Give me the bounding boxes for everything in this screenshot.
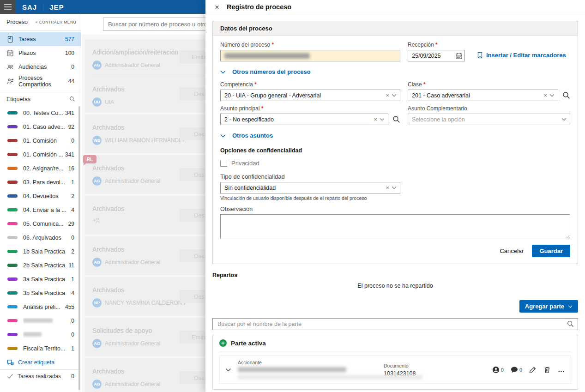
clear-icon[interactable]: × — [386, 92, 389, 98]
sidebar-item-tareas[interactable]: Tareas 577 — [0, 32, 81, 46]
numero-proceso-input[interactable] — [220, 50, 400, 61]
done-tasks-row[interactable]: Tareas realizadas 0 — [0, 369, 81, 383]
task-card-action-button[interactable]: Des — [180, 249, 205, 262]
task-card[interactable]: Archivados NPNANCY YASMINA CALDERON PERI… — [85, 277, 205, 316]
label-item[interactable]: 3b Sala Practica4 — [0, 286, 81, 300]
chevron-down-icon[interactable] — [392, 94, 397, 97]
label-item[interactable]: 01. Comisión0 — [0, 134, 81, 148]
asunto-principal-label: Asunto principal — [220, 105, 400, 112]
chevron-down-icon[interactable] — [549, 94, 555, 97]
delete-icon[interactable] — [543, 366, 551, 374]
label-name: 3b Sala Practica — [23, 290, 71, 296]
label-item[interactable]: 3a Sala Practica1 — [0, 272, 81, 286]
create-label-icon — [7, 359, 14, 365]
task-card[interactable]: Archivados AGAdministrador General Des — [85, 236, 205, 275]
otros-numeros-toggle[interactable]: Otros números del proceso — [220, 68, 570, 75]
label-item[interactable]: Fiscalía Territo...1 — [0, 342, 81, 356]
tipo-confidencialidad-select[interactable]: Sin confidencialidad × — [220, 182, 400, 193]
task-card-action-button[interactable]: Emitir — [180, 331, 205, 344]
otros-asuntos-toggle[interactable]: Otros asuntos — [220, 132, 570, 139]
chevron-down-icon[interactable] — [392, 186, 397, 189]
linked-persons[interactable]: 0 — [492, 366, 504, 374]
search-icon[interactable] — [392, 115, 400, 123]
label-item[interactable]: 01. Comisión ...341 — [0, 148, 81, 162]
privacidad-checkbox-row[interactable]: Privacidad — [220, 160, 570, 167]
chevron-down-icon[interactable] — [225, 368, 231, 372]
comments[interactable]: 0 — [511, 366, 522, 374]
task-card-action-button[interactable]: Des — [180, 209, 205, 222]
insertar-marcadores-link[interactable]: Insertar / Editar marcadores — [477, 52, 566, 59]
label-item[interactable]: 1b Sala Practica2 — [0, 245, 81, 259]
create-label-button[interactable]: Crear etiqueta — [0, 356, 81, 369]
cancel-button[interactable]: Cancelar — [500, 247, 524, 254]
asunto-complementario-select[interactable]: Seleccione la opción — [408, 114, 570, 125]
label-item-redacted[interactable]: 0 — [0, 328, 81, 342]
task-card-action-button[interactable]: Des — [180, 371, 205, 384]
task-card-action-button[interactable]: Emitir — [180, 50, 205, 63]
task-card[interactable]: Archivados WBWILLIAM RAMÓN HERNÁNDEZ BA.… — [85, 115, 205, 153]
label-color-chip — [7, 194, 18, 198]
linked-persons-count: 0 — [501, 367, 504, 373]
label-item[interactable]: 04. Enviar a la ...4 — [0, 203, 81, 217]
label-item[interactable]: 01. Caso adve...92 — [0, 120, 81, 134]
avatar: NP — [92, 298, 102, 308]
edit-icon[interactable] — [529, 366, 537, 374]
sidebar-scrollbar[interactable] — [78, 106, 80, 390]
label-color-chip — [7, 236, 18, 239]
hamburger-icon[interactable] — [0, 0, 16, 14]
task-card[interactable]: Solicitudes de apoyo AGAdministrador Gen… — [85, 318, 205, 356]
task-card[interactable]: Archivados Des — [85, 196, 205, 235]
task-card[interactable]: Archivados AGAdministrador General Des — [85, 358, 205, 392]
parte-search-input[interactable] — [212, 318, 578, 330]
task-card[interactable]: Archivados AGAdministrador General Des — [85, 155, 205, 194]
task-card[interactable]: Archivados UUUIA Des — [85, 76, 205, 113]
search-icon[interactable] — [69, 96, 75, 102]
competencia-select[interactable]: 20 - UIA - Grupo general - Adversarial × — [220, 90, 400, 101]
clear-icon[interactable]: × — [386, 185, 389, 191]
privacidad-checkbox[interactable] — [220, 160, 227, 167]
label-item[interactable]: 00. Testes Co...341 — [0, 106, 81, 120]
search-icon[interactable] — [562, 91, 570, 99]
task-card-action-button[interactable]: Des — [180, 87, 205, 100]
redacted-value — [224, 53, 310, 59]
clase-select[interactable]: 201 - Caso adversarial × — [408, 90, 558, 101]
clear-icon[interactable]: × — [543, 92, 547, 98]
label-item[interactable]: Análisis preli...455 — [0, 300, 81, 314]
sidebar-item-audiencias[interactable]: Audiencias 0 — [0, 60, 81, 74]
label-item[interactable]: 04. Devueltos2 — [0, 189, 81, 203]
label-item[interactable]: 06. Arquivados0 — [0, 231, 81, 245]
agregar-parte-button[interactable]: Agregar parte — [519, 300, 578, 313]
task-card-group: Archivados WBWILLIAM RAMÓN HERNÁNDEZ BA.… — [85, 115, 205, 153]
close-icon[interactable]: × — [215, 3, 219, 11]
sidebar-item-count: 0 — [71, 64, 74, 70]
task-card-action-button[interactable]: Des — [180, 127, 205, 140]
process-search-input[interactable] — [103, 18, 205, 31]
collapse-menu-button[interactable]: « CONTRAER MENÚ — [36, 20, 76, 24]
label-item-redacted[interactable]: 0 — [0, 314, 81, 328]
label-color-chip — [7, 222, 18, 225]
task-card-group: Archivados Des — [85, 196, 205, 235]
asunto-principal-field: Asunto principal 2 - No especificado × — [220, 105, 400, 125]
label-item[interactable]: 2b Sala Practica11 — [0, 259, 81, 272]
label-item[interactable]: 03. Para devol...1 — [0, 175, 81, 189]
task-card[interactable]: Adición/ampliación/reiteración AGAdminis… — [85, 39, 205, 76]
task-card-action-button[interactable]: Des — [180, 290, 205, 303]
observacion-textarea[interactable] — [220, 214, 570, 239]
search-icon[interactable] — [567, 320, 574, 327]
label-item[interactable]: 02. Asignar/re...16 — [0, 162, 81, 175]
asunto-principal-select[interactable]: 2 - No especificado × — [220, 114, 388, 125]
clase-value: 201 - Caso adversarial — [412, 92, 542, 99]
more-icon[interactable]: … — [558, 368, 565, 371]
sidebar-item-plazos[interactable]: Plazos 100 — [0, 46, 81, 60]
clear-icon[interactable]: × — [374, 116, 377, 122]
sidebar-item-procesos-compartidos[interactable]: Procesos Compartidos 44 — [0, 74, 81, 89]
task-card-action-button[interactable]: Des — [180, 168, 205, 181]
chevron-down-icon — [220, 70, 226, 74]
save-button[interactable]: Guardar — [532, 245, 570, 257]
label-item[interactable]: 05. Comunica...29 — [0, 217, 81, 231]
calendar-icon[interactable] — [456, 53, 462, 59]
label-name-redacted — [23, 332, 71, 338]
agregar-parte-row: Agregar parte — [212, 300, 578, 313]
chevron-down-icon[interactable] — [380, 118, 385, 121]
labels-list: 00. Testes Co...341 01. Caso adve...92 0… — [0, 106, 81, 356]
